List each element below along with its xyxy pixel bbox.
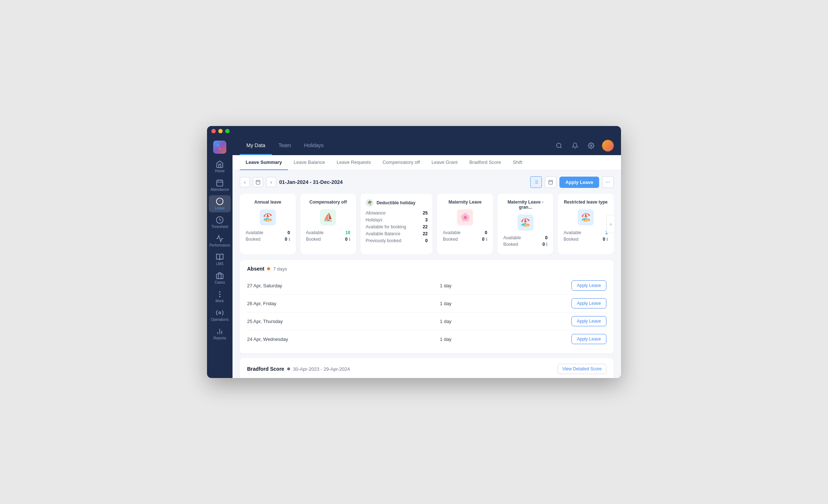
tab-holidays[interactable]: Holidays <box>297 136 330 155</box>
sidebar-item-more[interactable]: More <box>209 288 231 305</box>
svg-point-14 <box>219 296 220 297</box>
user-avatar[interactable] <box>602 140 614 151</box>
absent-action-3: Apply Leave <box>571 334 606 344</box>
annual-leave-icon: 🏖️ <box>246 208 290 227</box>
deductible-balance-value: 22 <box>423 231 427 236</box>
apply-leave-button-0[interactable]: Apply Leave <box>571 280 606 291</box>
prev-date-button[interactable]: ‹ <box>240 177 250 187</box>
deductible-prev-booked-value: 0 <box>425 238 428 243</box>
absent-row-1: 26 Apr, Friday 1 day Apply Leave <box>247 295 606 312</box>
sidebar-item-operations[interactable]: Operations <box>209 307 231 324</box>
maternity-grant-avail-label: Available <box>503 235 521 240</box>
sidebar-item-timesheet[interactable]: Timesheet <box>209 214 231 231</box>
restricted-booked-label: Booked <box>563 237 578 242</box>
maximize-dot[interactable] <box>225 129 230 133</box>
maternity-grant-card: Maternity Leave - gran... 🏖️ Available 0… <box>497 194 554 254</box>
leave-cards-list: Annual leave 🏖️ Available 0 Booked 0 ℹ <box>240 194 614 254</box>
sidebar-item-attendance[interactable]: Attendance <box>209 177 231 194</box>
subtab-leave-summary[interactable]: Leave Summary <box>240 155 288 170</box>
view-detailed-score-button[interactable]: View Detailed Score <box>558 364 606 374</box>
deductible-prev-booked-row: Previously booked 0 <box>366 238 427 243</box>
restricted-leave-icon: 🏖️ <box>578 209 594 225</box>
apply-leave-button-3[interactable]: Apply Leave <box>571 334 606 344</box>
bradford-score-section: Bradford Score 30-Apr-2023 - 29-Apr-2024… <box>240 358 614 378</box>
compensatory-off-card: Compensatory off ⛵ Available 10 Booked 0… <box>300 194 356 254</box>
sidebar-item-performance[interactable]: Performance <box>209 232 231 249</box>
maternity-available-value: 0 <box>485 230 487 235</box>
cards-next-button[interactable]: › <box>606 215 615 233</box>
deductible-avail-booking-value: 22 <box>423 224 427 229</box>
svg-rect-3 <box>217 180 223 186</box>
subtab-leave-grant[interactable]: Leave Grant <box>426 155 464 170</box>
sidebar-item-leave[interactable]: Leave <box>209 195 231 212</box>
date-nav-controls: ‹ › 01-Jan-2024 - 31-Dec-2024 <box>240 177 343 187</box>
deductible-allowance-value: 25 <box>423 210 427 216</box>
close-dot[interactable] <box>211 129 216 133</box>
tab-my-data[interactable]: My Data <box>240 136 272 155</box>
next-date-button[interactable]: › <box>266 177 276 187</box>
umbrella-icon: ⛵ <box>320 209 336 225</box>
date-navigation-bar: ‹ › 01-Jan-2024 - 31-Dec-2024 <box>240 176 614 188</box>
annual-leave-card: Annual leave 🏖️ Available 0 Booked 0 ℹ <box>240 194 296 254</box>
app-logo[interactable] <box>213 141 226 154</box>
absent-row-2: 25 Apr, Thursday 1 day Apply Leave <box>247 312 606 330</box>
svg-line-20 <box>560 147 561 148</box>
maternity-icon: 🌸 <box>457 209 473 225</box>
subtab-leave-requests[interactable]: Leave Requests <box>331 155 377 170</box>
sidebar-item-cases[interactable]: Cases <box>209 269 231 287</box>
sidebar-item-home[interactable]: Home <box>209 158 231 175</box>
app-body: Home Attendance Leave <box>207 136 621 378</box>
list-view-button[interactable] <box>530 176 542 188</box>
deductible-holidays-label: Holidays <box>366 217 382 223</box>
deductible-title: Deductible holiday <box>376 200 415 205</box>
sidebar-item-lms[interactable]: LMS <box>209 251 231 268</box>
more-options-button[interactable]: ··· <box>602 176 614 188</box>
bradford-date-range: 30-Apr-2023 - 29-Apr-2024 <box>293 366 350 372</box>
sidebar-operations-label: Operations <box>211 318 229 322</box>
sidebar-attendance-label: Attendance <box>211 188 229 192</box>
svg-point-1 <box>220 144 223 147</box>
subtab-compensatory-off[interactable]: Compensatory off <box>377 155 426 170</box>
svg-point-0 <box>216 144 219 147</box>
comp-booked-value: 0 ℹ <box>345 237 350 242</box>
absent-date-3: 24 Apr, Wednesday <box>247 336 320 342</box>
date-range-label: 01-Jan-2024 - 31-Dec-2024 <box>279 179 343 185</box>
apply-leave-button-1[interactable]: Apply Leave <box>571 298 606 308</box>
subtab-leave-balance[interactable]: Leave Balance <box>288 155 331 170</box>
absent-date-1: 26 Apr, Friday <box>247 301 320 306</box>
sidebar-more-label: More <box>216 299 224 303</box>
apply-leave-button-2[interactable]: Apply Leave <box>571 316 606 326</box>
comp-available-row: Available 10 <box>306 230 351 235</box>
svg-point-15 <box>219 312 221 314</box>
tab-team[interactable]: Team <box>272 136 297 155</box>
svg-rect-22 <box>256 180 260 184</box>
bradford-section-header: Bradford Score 30-Apr-2023 - 29-Apr-2024… <box>247 364 606 374</box>
deductible-header: 🌴 Deductible holiday <box>366 199 427 207</box>
subtab-shift[interactable]: Shift <box>507 155 528 170</box>
annual-booked-label: Booked <box>246 237 261 242</box>
calendar-button[interactable] <box>253 177 263 187</box>
compensatory-title: Compensatory off <box>306 200 351 205</box>
deductible-allowance-row: Allowance 25 <box>366 210 427 216</box>
apply-leave-main-button[interactable]: Apply Leave <box>559 177 599 188</box>
sidebar-timesheet-label: Timesheet <box>211 225 228 229</box>
maternity-grant-booked-row: Booked 0 ℹ <box>503 242 548 247</box>
sidebar-performance-label: Performance <box>209 243 230 247</box>
sidebar-item-reports[interactable]: Reports <box>209 325 231 342</box>
maternity-booked-row: Booked 0 ℹ <box>443 237 487 242</box>
topnav-actions <box>554 140 614 151</box>
minimize-dot[interactable] <box>218 129 223 133</box>
absent-row-0: 27 Apr, Saturday 1 day Apply Leave <box>247 277 606 295</box>
absent-section-header: Absent 7 days <box>247 266 606 272</box>
notification-icon[interactable] <box>570 141 580 151</box>
absent-duration-3: 1 day <box>320 336 571 342</box>
bradford-title: Bradford Score <box>247 366 284 372</box>
absent-action-2: Apply Leave <box>571 316 606 326</box>
grid-view-button[interactable] <box>545 176 556 188</box>
restricted-avail-label: Available <box>563 230 581 235</box>
settings-icon[interactable] <box>586 141 596 151</box>
svg-rect-11 <box>216 274 223 279</box>
subtab-bradford-score[interactable]: Bradford Score <box>464 155 507 170</box>
search-icon[interactable] <box>554 141 564 151</box>
bradford-dot <box>287 367 290 370</box>
